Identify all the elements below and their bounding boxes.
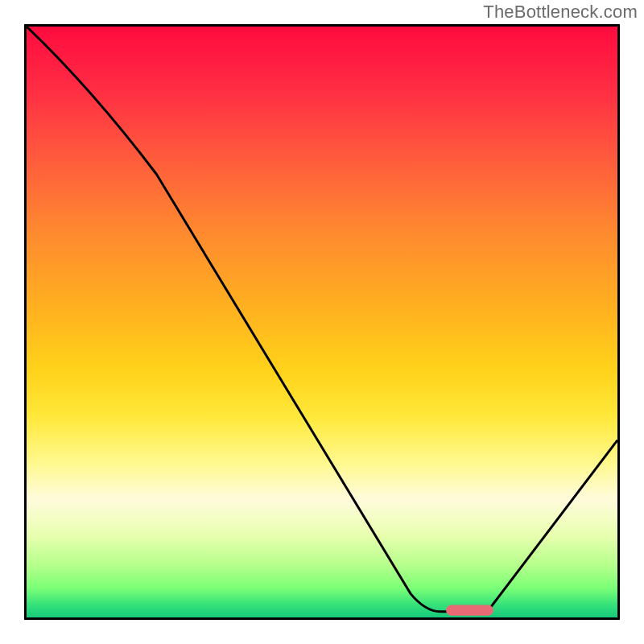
marker-layer	[27, 27, 617, 617]
watermark-text: TheBottleneck.com	[483, 2, 638, 23]
plot-area	[24, 24, 620, 620]
optimal-marker	[446, 605, 493, 616]
chart-frame: TheBottleneck.com	[0, 0, 644, 644]
